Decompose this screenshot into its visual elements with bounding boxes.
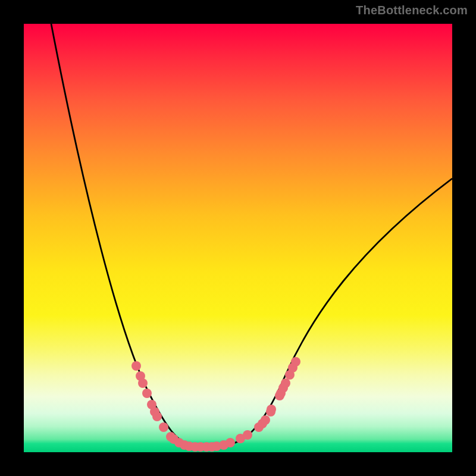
chart-svg — [24, 24, 452, 452]
data-point-dot — [281, 378, 290, 388]
data-point-dot — [291, 357, 300, 367]
data-point-dot — [131, 361, 141, 371]
data-point-dot — [243, 430, 252, 440]
curve-data-dots — [131, 357, 300, 452]
data-point-dot — [142, 389, 152, 398]
watermark-text: TheBottleneck.com — [356, 4, 468, 17]
data-point-dot — [226, 438, 235, 447]
data-point-dot — [152, 412, 162, 421]
data-point-dot — [261, 415, 270, 425]
data-point-dot — [159, 422, 168, 432]
bottleneck-curve-line — [51, 24, 452, 447]
data-point-dot — [138, 378, 148, 388]
data-point-dot — [267, 405, 276, 414]
